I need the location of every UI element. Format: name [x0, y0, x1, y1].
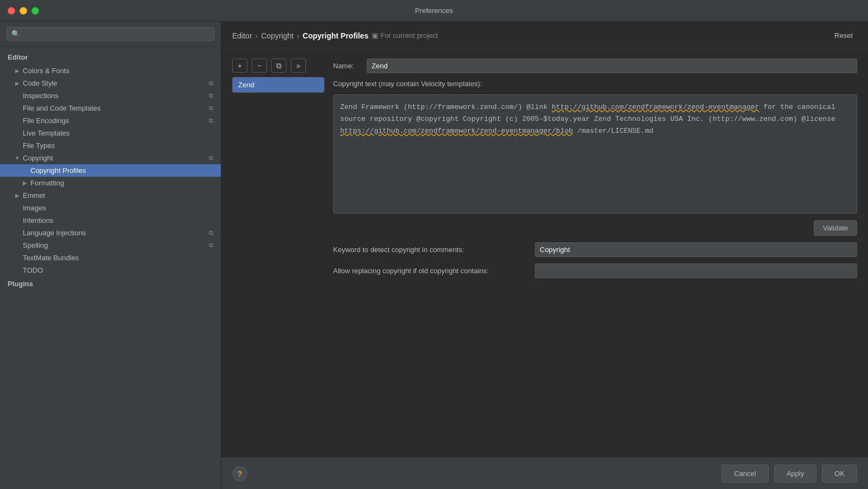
panel-content: + − ⧉ » Zend Name:: [221, 50, 868, 458]
sidebar-item-live-templates[interactable]: Live Templates: [0, 127, 221, 139]
sidebar-item-label: Colors & Fonts: [23, 67, 69, 75]
breadcrumb-editor: Editor: [232, 31, 252, 40]
search-input[interactable]: [23, 30, 209, 38]
breadcrumb-copyright: Copyright: [261, 31, 293, 40]
copyright-text-area[interactable]: Zend Framework (http://framework.zend.co…: [333, 94, 857, 214]
bottom-bar: ? Cancel Apply OK: [221, 458, 868, 489]
copy-icon: ⧉: [209, 155, 213, 162]
traffic-lights: [8, 7, 39, 15]
sidebar-item-label: TODO: [23, 266, 43, 274]
sidebar-item-code-style[interactable]: ▶ Code Style ⧉: [0, 77, 221, 89]
remove-profile-button[interactable]: −: [252, 59, 267, 73]
profile-list: Zend: [232, 77, 324, 93]
sidebar-item-label: Spelling: [23, 241, 48, 249]
maximize-button[interactable]: [31, 7, 39, 15]
breadcrumb-sep1: ›: [256, 31, 258, 40]
copy-icon: ⧉: [209, 242, 213, 249]
chevron-right-icon: ▶: [14, 192, 21, 199]
breadcrumb-project: ▣ For current project: [372, 31, 438, 40]
ok-button[interactable]: OK: [822, 465, 857, 482]
profile-item-zend[interactable]: Zend: [233, 78, 324, 92]
copy-icon: ⧉: [209, 80, 213, 87]
sidebar-item-language-injections[interactable]: Language Injections ⧉: [0, 227, 221, 239]
action-buttons: Cancel Apply OK: [722, 465, 857, 482]
sidebar-item-label: Emmet: [23, 191, 45, 200]
sidebar-item-formatting[interactable]: ▶ Formatting: [0, 177, 221, 189]
sidebar-item-label: Images: [23, 204, 46, 212]
panel-header: Editor › Copyright › Copyright Profiles …: [221, 22, 868, 50]
add-profile-button[interactable]: +: [232, 59, 247, 73]
chevron-down-icon: ▼: [14, 155, 21, 162]
sidebar-item-file-code-templates[interactable]: File and Code Templates ⧉: [0, 102, 221, 114]
window-title: Preferences: [415, 7, 453, 15]
sidebar-item-label: TextMate Bundles: [23, 254, 79, 262]
copyright-text-label: Copyright text (may contain Velocity tem…: [333, 80, 857, 88]
name-row: Name:: [333, 59, 857, 73]
sidebar-item-label: File and Code Templates: [23, 104, 101, 112]
sidebar-item-label: Copyright: [23, 154, 53, 162]
right-panel: Editor › Copyright › Copyright Profiles …: [221, 22, 868, 489]
copy-icon: ⧉: [209, 92, 213, 99]
cancel-button[interactable]: Cancel: [722, 465, 768, 482]
sidebar-item-file-encodings[interactable]: File Encodings ⧉: [0, 114, 221, 127]
keyword-input[interactable]: [535, 242, 857, 257]
main-content: 🔍 Editor ▶ Colors & Fonts ▶ Code Style ⧉…: [0, 22, 868, 489]
keyword-row: Keyword to detect copyright in comments:: [333, 242, 857, 257]
validate-row: Validate: [333, 220, 857, 236]
validate-button[interactable]: Validate: [814, 220, 857, 236]
sidebar-item-label: File Encodings: [23, 117, 69, 125]
sidebar-item-label: Code Style: [23, 79, 58, 87]
for-current-project-label: For current project: [380, 31, 438, 40]
sidebar-section-editor[interactable]: Editor: [0, 50, 221, 65]
sidebar: 🔍 Editor ▶ Colors & Fonts ▶ Code Style ⧉…: [0, 22, 221, 489]
sidebar-item-todo[interactable]: TODO: [0, 264, 221, 276]
close-button[interactable]: [8, 7, 15, 15]
sidebar-item-intentions[interactable]: Intentions: [0, 214, 221, 227]
copy-icon: ⧉: [209, 117, 213, 124]
search-bar: 🔍: [0, 22, 221, 47]
sidebar-item-label: Language Injections: [23, 229, 86, 237]
toolbar-row: + − ⧉ »: [232, 59, 324, 73]
allow-replacing-input[interactable]: [535, 263, 857, 278]
chevron-right-icon: ▶: [14, 68, 21, 74]
profile-section: + − ⧉ » Zend: [232, 59, 324, 278]
sidebar-item-textmate-bundles[interactable]: TextMate Bundles: [0, 252, 221, 264]
sidebar-item-label: Copyright Profiles: [30, 166, 86, 175]
chevron-right-icon: ▶: [14, 80, 21, 87]
chevron-right-icon: ▶: [22, 180, 28, 186]
search-icon: 🔍: [11, 30, 20, 38]
minimize-button[interactable]: [20, 7, 27, 15]
breadcrumb-copyright-profiles: Copyright Profiles: [303, 31, 368, 40]
keyword-label: Keyword to detect copyright in comments:: [333, 246, 528, 254]
allow-replacing-row: Allow replacing copyright if old copyrig…: [333, 263, 857, 278]
search-input-wrap[interactable]: 🔍: [7, 27, 214, 41]
sidebar-tree: Editor ▶ Colors & Fonts ▶ Code Style ⧉ I…: [0, 47, 221, 489]
copy-profile-button[interactable]: ⧉: [271, 59, 286, 73]
sidebar-section-plugins[interactable]: Plugins: [0, 276, 221, 291]
project-icon: ▣: [372, 31, 378, 40]
form-area: Name: Copyright text (may contain Veloci…: [333, 59, 857, 278]
sidebar-item-copyright-profiles[interactable]: Copyright Profiles: [0, 164, 221, 177]
allow-replacing-label: Allow replacing copyright if old copyrig…: [333, 267, 528, 275]
more-button[interactable]: »: [291, 59, 306, 73]
copy-icon: ⧉: [209, 105, 213, 112]
name-input[interactable]: [367, 59, 857, 73]
sidebar-item-label: Inspections: [23, 92, 59, 100]
layout-row: + − ⧉ » Zend Name:: [232, 59, 857, 278]
sidebar-item-file-types[interactable]: File Types: [0, 139, 221, 152]
sidebar-item-inspections[interactable]: Inspections ⧉: [0, 89, 221, 102]
sidebar-item-images[interactable]: Images: [0, 202, 221, 214]
sidebar-item-colors-fonts[interactable]: ▶ Colors & Fonts: [0, 65, 221, 77]
sidebar-item-emmet[interactable]: ▶ Emmet: [0, 189, 221, 202]
apply-button[interactable]: Apply: [774, 465, 817, 482]
sidebar-item-label: Formatting: [30, 179, 64, 187]
name-label: Name:: [333, 62, 360, 70]
breadcrumb-sep2: ›: [297, 31, 299, 40]
help-button[interactable]: ?: [232, 466, 247, 481]
copy-icon: ⧉: [209, 229, 213, 236]
sidebar-item-spelling[interactable]: Spelling ⧉: [0, 239, 221, 252]
breadcrumb: Editor › Copyright › Copyright Profiles …: [232, 31, 438, 40]
reset-button[interactable]: Reset: [830, 29, 857, 42]
title-bar: Preferences: [0, 0, 868, 22]
sidebar-item-copyright[interactable]: ▼ Copyright ⧉: [0, 152, 221, 164]
